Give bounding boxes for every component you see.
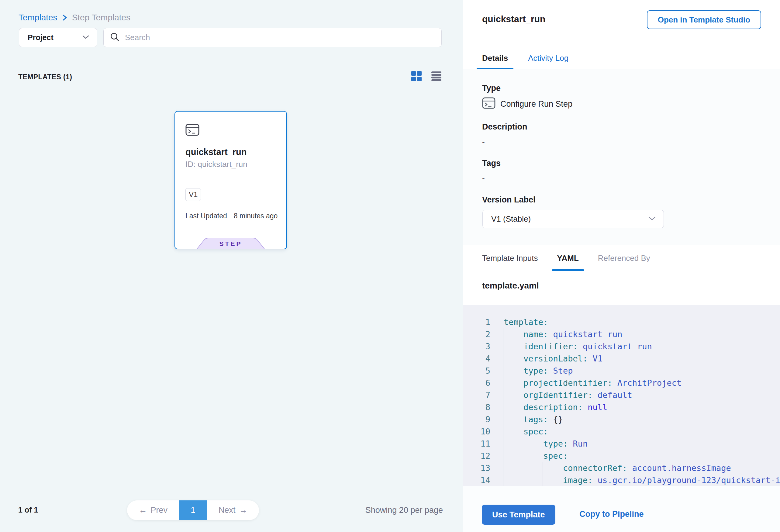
- tab-details[interactable]: Details: [477, 47, 514, 69]
- open-in-template-studio-button[interactable]: Open in Template Studio: [647, 10, 761, 29]
- version-chip: V1: [185, 188, 201, 201]
- template-card-title: quickstart_run: [185, 147, 247, 157]
- next-page-button[interactable]: Next →: [207, 500, 259, 520]
- yaml-line: 2 name: quickstart_run: [463, 328, 780, 340]
- yaml-code-lines: 1template: 2 name: quickstart_run 3 iden…: [463, 316, 780, 486]
- list-view-icon[interactable]: [431, 71, 441, 81]
- type-value: Configure Run Step: [500, 99, 572, 109]
- tab-referenced-by[interactable]: Referenced By: [592, 245, 656, 271]
- prev-label: Prev: [150, 505, 167, 515]
- yaml-line: 7 orgIdentifier: default: [463, 389, 780, 401]
- yaml-line: 6 projectIdentifier: ArchitProject: [463, 377, 780, 389]
- version-label: Version Label: [482, 195, 536, 205]
- type-value-row: Configure Run Step: [482, 97, 572, 111]
- details-section: Type Configure Run Step Description - Ta…: [463, 69, 780, 245]
- current-page-button[interactable]: 1: [179, 500, 207, 520]
- last-updated-label: Last Updated: [185, 212, 227, 220]
- template-card[interactable]: quickstart_run ID: quickstart_run V1 Las…: [175, 111, 287, 249]
- breadcrumb-templates-link[interactable]: Templates: [18, 13, 57, 22]
- breadcrumb-current: Step Templates: [72, 13, 131, 22]
- yaml-line: 8 description: null: [463, 401, 780, 414]
- templates-list-panel: Templates Step Templates Project TEMPLAT…: [0, 0, 462, 532]
- terminal-icon: [185, 124, 199, 137]
- version-select[interactable]: V1 (Stable): [482, 210, 664, 228]
- page-summary: 1 of 1: [18, 505, 38, 514]
- yaml-line: 3 identifier: quickstart_run: [463, 340, 780, 353]
- tags-label: Tags: [482, 159, 501, 168]
- last-updated-value: 8 minutes ago: [234, 212, 278, 220]
- yaml-line: 13 connectorRef: account.harnessImage: [463, 462, 780, 474]
- tab-yaml[interactable]: YAML: [552, 245, 584, 271]
- prev-page-button[interactable]: ← Prev: [127, 500, 179, 520]
- template-details-panel: quickstart_run Open in Template Studio D…: [462, 0, 780, 532]
- details-header: quickstart_run Open in Template Studio: [463, 0, 780, 47]
- terminal-icon: [482, 97, 495, 111]
- view-toggles: [411, 71, 441, 81]
- breadcrumb: Templates Step Templates: [18, 13, 131, 22]
- content-tab-bar: Template Inputs YAML Referenced By: [463, 245, 780, 271]
- template-card-id: ID: quickstart_run: [185, 160, 247, 169]
- chevron-down-icon: [82, 35, 90, 41]
- yaml-line: 9 tags: {}: [463, 414, 780, 426]
- breadcrumb-chevron-icon: [62, 13, 68, 22]
- next-label: Next: [218, 505, 236, 515]
- use-template-button[interactable]: Use Template: [482, 504, 555, 525]
- card-last-updated: Last Updated 8 minutes ago: [185, 212, 278, 220]
- details-tab-bar: Details Activity Log: [463, 47, 780, 69]
- type-label: Type: [482, 84, 501, 93]
- yaml-line: 12 spec:: [463, 450, 780, 462]
- yaml-line: 10 spec:: [463, 426, 780, 438]
- pagination: ← Prev 1 Next →: [127, 500, 259, 520]
- copy-to-pipeline-link[interactable]: Copy to Pipeline: [579, 510, 644, 519]
- arrow-right-icon: →: [239, 505, 247, 515]
- yaml-line: 5 type: Step: [463, 365, 780, 377]
- scope-select-label: Project: [28, 33, 53, 42]
- step-badge-label: STEP: [196, 240, 265, 247]
- yaml-line: 4 versionLabel: V1: [463, 353, 780, 365]
- yaml-filename: template.yaml: [482, 281, 539, 291]
- yaml-code-editor[interactable]: 1template: 2 name: quickstart_run 3 iden…: [463, 305, 780, 486]
- tab-activity-log[interactable]: Activity Log: [523, 47, 574, 69]
- grid-view-icon[interactable]: [411, 71, 422, 81]
- tab-template-inputs[interactable]: Template Inputs: [477, 245, 543, 271]
- details-footer: Use Template Copy to Pipeline: [463, 486, 780, 532]
- arrow-left-icon: ←: [139, 505, 147, 515]
- details-title: quickstart_run: [482, 14, 545, 24]
- templates-count-header: TEMPLATES (1): [18, 73, 72, 81]
- search-box: [103, 28, 442, 47]
- yaml-file-header: template.yaml: [463, 271, 780, 305]
- yaml-line: 11 type: Run: [463, 438, 780, 450]
- search-input[interactable]: [125, 33, 435, 42]
- yaml-line: 1template:: [463, 316, 780, 328]
- description-label: Description: [482, 122, 527, 132]
- version-select-value: V1 (Stable): [491, 214, 531, 224]
- per-page-summary: Showing 20 per page: [365, 505, 443, 515]
- step-type-badge: STEP: [196, 238, 265, 249]
- scope-select[interactable]: Project: [19, 28, 97, 47]
- tags-value: -: [482, 174, 485, 183]
- chevron-down-icon: [648, 216, 656, 222]
- yaml-line: 14 image: us.gcr.io/playground-123/quick…: [463, 474, 780, 486]
- search-icon: [110, 32, 120, 44]
- description-value: -: [482, 137, 485, 147]
